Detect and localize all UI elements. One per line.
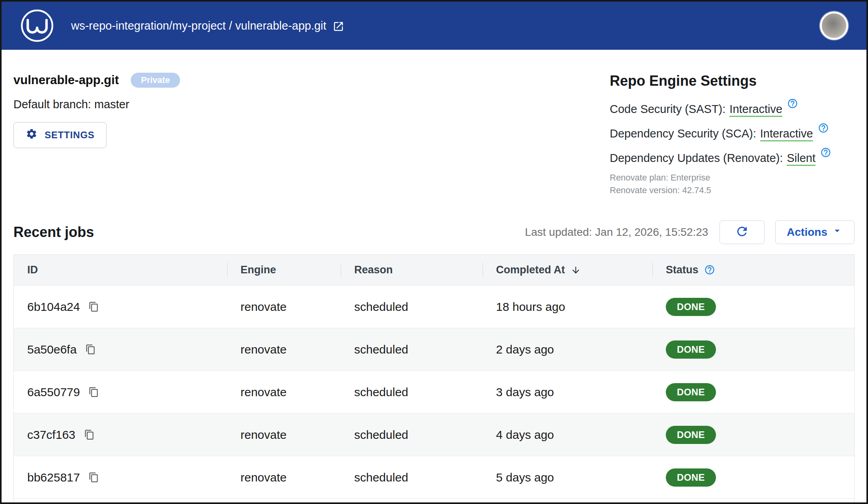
job-completed-at: 18 hours ago xyxy=(483,286,652,328)
job-engine: renovate xyxy=(227,371,341,414)
refresh-button[interactable] xyxy=(720,220,765,244)
status-badge: DONE xyxy=(666,426,716,444)
repo-info: vulnerable-app.git Private Default branc… xyxy=(13,73,180,197)
job-completed-at: 2 days ago xyxy=(483,328,652,371)
help-icon[interactable] xyxy=(815,152,831,164)
job-id-cell: 6b104a24 xyxy=(14,286,227,328)
copy-icon[interactable] xyxy=(85,343,96,356)
settings-button-label: SETTINGS xyxy=(45,130,94,141)
repo-title: vulnerable-app.git xyxy=(13,73,119,87)
jobs-table: ID Engine Reason Completed At Status 6b1… xyxy=(13,254,855,504)
job-status-cell: DONE xyxy=(652,328,854,371)
status-badge: DONE xyxy=(666,468,716,487)
table-row[interactable]: c37cf163 renovate scheduled 4 days ago D… xyxy=(14,414,854,456)
recent-jobs-title: Recent jobs xyxy=(13,224,94,241)
job-id-cell: 5a50e6fa xyxy=(14,328,227,371)
table-row[interactable]: 5a50e6fa renovate scheduled 2 days ago D… xyxy=(14,328,854,371)
job-reason: scheduled xyxy=(341,456,483,499)
table-row[interactable]: 6b104a24 renovate scheduled 18 hours ago… xyxy=(14,286,854,328)
table-row[interactable]: bb625817 renovate scheduled 5 days ago D… xyxy=(14,456,854,499)
copy-icon[interactable] xyxy=(84,428,95,441)
actions-button-label: Actions xyxy=(787,226,827,239)
column-header-completed-at[interactable]: Completed At xyxy=(483,255,652,286)
avatar[interactable] xyxy=(820,11,848,40)
copy-icon[interactable] xyxy=(88,471,99,484)
breadcrumb-text: ws-repo-integration/my-project / vulnera… xyxy=(71,19,326,32)
job-id-cell: c37cf163 xyxy=(14,414,227,456)
refresh-icon xyxy=(735,224,749,240)
mend-logo-icon xyxy=(20,8,54,43)
setting-value-renovate[interactable]: Silent xyxy=(787,152,815,166)
job-status-cell: DONE xyxy=(652,456,854,499)
table-row[interactable]: 6a550779 renovate scheduled 3 days ago D… xyxy=(14,371,854,414)
copy-icon[interactable] xyxy=(88,300,99,313)
job-status-cell: DONE xyxy=(652,286,854,328)
gear-icon xyxy=(26,128,38,142)
job-id: 6b104a24 xyxy=(27,300,80,313)
job-status-cell: DONE xyxy=(652,414,854,456)
jobs-table-body: 6b104a24 renovate scheduled 18 hours ago… xyxy=(14,286,854,504)
status-badge: DONE xyxy=(666,383,716,401)
setting-label: Code Security (SAST): xyxy=(610,103,725,115)
private-badge: Private xyxy=(131,73,180,88)
top-navbar: ws-repo-integration/my-project / vulnera… xyxy=(2,2,866,50)
mend-logo[interactable] xyxy=(20,8,54,43)
setting-value-sca[interactable]: Interactive xyxy=(760,127,813,141)
column-header-status[interactable]: Status xyxy=(652,255,854,286)
job-engine: renovate xyxy=(227,456,341,499)
job-status-cell: DONE xyxy=(652,371,854,414)
renovate-plan: Renovate plan: Enterprise xyxy=(610,171,855,184)
setting-sca: Dependency Security (SCA):Interactive xyxy=(610,122,855,140)
job-reason: scheduled xyxy=(341,328,483,371)
job-reason: scheduled xyxy=(341,371,483,414)
job-id: c37cf163 xyxy=(27,428,75,441)
setting-sast: Code Security (SAST):Interactive xyxy=(610,98,855,116)
default-branch-label: Default branch: master xyxy=(13,98,180,111)
actions-button[interactable]: Actions xyxy=(775,220,855,244)
help-icon[interactable] xyxy=(813,127,829,140)
job-id-cell: 6a550779 xyxy=(14,371,227,414)
job-engine: renovate xyxy=(227,414,341,456)
job-id: 5a50e6fa xyxy=(27,343,77,356)
engine-settings-title: Repo Engine Settings xyxy=(610,73,855,89)
external-link-icon[interactable] xyxy=(333,19,344,32)
help-icon[interactable] xyxy=(782,103,798,115)
job-completed-at: 3 days ago xyxy=(483,371,652,414)
job-id: bb625817 xyxy=(27,471,80,484)
table-header-row: ID Engine Reason Completed At Status xyxy=(14,255,854,286)
job-engine: renovate xyxy=(227,328,341,371)
job-engine: renovate xyxy=(227,286,341,328)
job-reason: scheduled xyxy=(341,414,483,456)
recent-jobs-header: Recent jobs Last updated: Jan 12, 2026, … xyxy=(13,220,855,244)
setting-renovate: Dependency Updates (Renovate):Silent xyxy=(610,147,855,165)
caret-down-icon xyxy=(831,225,843,239)
renovate-version: Renovate version: 42.74.5 xyxy=(610,184,855,197)
job-reason: scheduled xyxy=(341,286,483,328)
breadcrumb[interactable]: ws-repo-integration/my-project / vulnera… xyxy=(71,19,344,32)
last-updated-label: Last updated: Jan 12, 2026, 15:52:23 xyxy=(525,226,708,239)
column-header-reason[interactable]: Reason xyxy=(341,255,483,286)
setting-label: Dependency Security (SCA): xyxy=(610,127,756,140)
setting-value-sast[interactable]: Interactive xyxy=(729,103,782,117)
repo-overview-section: vulnerable-app.git Private Default branc… xyxy=(2,50,866,197)
table-row-partial xyxy=(14,499,854,504)
status-badge: DONE xyxy=(666,340,716,359)
status-badge: DONE xyxy=(666,298,716,316)
job-completed-at: 4 days ago xyxy=(483,414,652,456)
job-id: 6a550779 xyxy=(27,386,80,399)
column-header-engine[interactable]: Engine xyxy=(227,255,341,286)
job-id-cell: bb625817 xyxy=(14,456,227,499)
settings-button[interactable]: SETTINGS xyxy=(13,122,107,148)
sort-desc-icon[interactable] xyxy=(565,264,581,276)
setting-label: Dependency Updates (Renovate): xyxy=(610,152,783,164)
job-completed-at: 5 days ago xyxy=(483,456,652,499)
copy-icon[interactable] xyxy=(88,386,99,399)
help-icon[interactable] xyxy=(699,264,715,276)
column-header-id[interactable]: ID xyxy=(14,255,227,286)
repo-engine-settings: Repo Engine Settings Code Security (SAST… xyxy=(610,73,855,197)
